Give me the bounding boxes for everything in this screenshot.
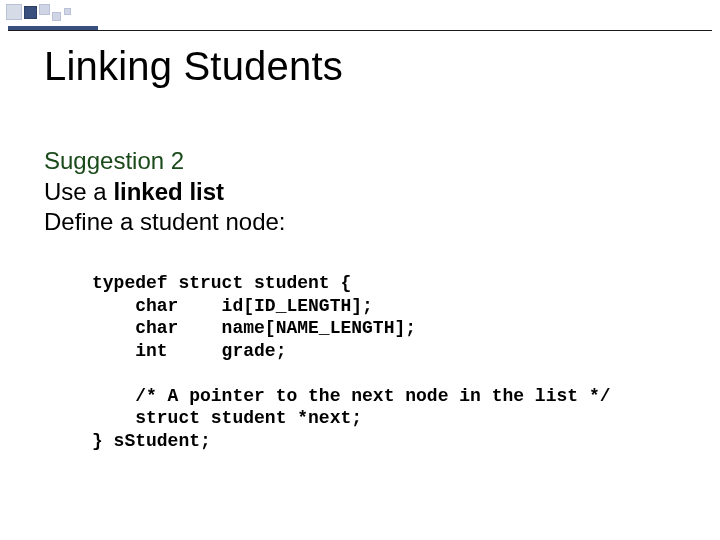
code-line: } sStudent; (92, 431, 211, 451)
deco-square-icon (52, 12, 61, 21)
deco-square-icon (24, 6, 37, 19)
code-block: typedef struct student { char id[ID_LENG… (92, 272, 610, 452)
text-fragment: Use a (44, 178, 113, 205)
top-rule (8, 26, 712, 31)
deco-square-icon (64, 8, 71, 15)
text-bold: linked list (113, 178, 224, 205)
suggestion-heading: Suggestion 2 (44, 146, 286, 177)
deco-square-icon (39, 4, 50, 15)
code-line: typedef struct student { (92, 273, 351, 293)
corner-decoration (6, 4, 84, 24)
body-text: Suggestion 2 Use a linked list Define a … (44, 146, 286, 238)
deco-square-icon (6, 4, 22, 20)
code-line: int grade; (92, 341, 286, 361)
code-line: /* A pointer to the next node in the lis… (92, 386, 610, 406)
body-line: Define a student node: (44, 207, 286, 238)
slide: Linking Students Suggestion 2 Use a link… (0, 0, 720, 540)
code-line: struct student *next; (92, 408, 362, 428)
code-line: char name[NAME_LENGTH]; (92, 318, 416, 338)
code-line: char id[ID_LENGTH]; (92, 296, 373, 316)
slide-title: Linking Students (44, 44, 343, 89)
body-line: Use a linked list (44, 177, 286, 208)
